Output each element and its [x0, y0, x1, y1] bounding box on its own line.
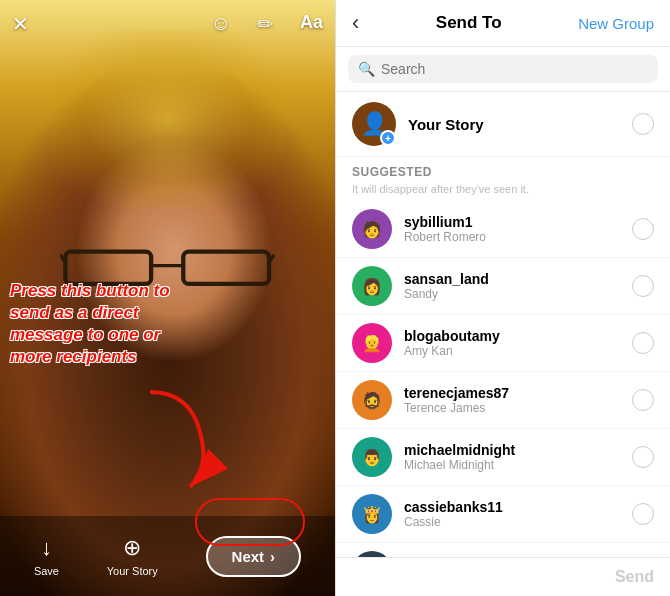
contact-avatar: 👸 — [352, 494, 392, 534]
save-icon: ↓ — [41, 535, 52, 561]
new-group-button[interactable]: New Group — [578, 15, 654, 32]
contact-row[interactable]: 👩sansan_landSandy — [336, 258, 670, 315]
your-story-label: Your Story — [408, 116, 632, 133]
draw-icon[interactable]: ✏ — [257, 12, 274, 36]
contact-avatar: 👱 — [352, 323, 392, 363]
contact-avatar: 🧔 — [352, 380, 392, 420]
next-button[interactable]: Next › — [206, 536, 302, 577]
search-bar: 🔍 — [336, 47, 670, 92]
right-panel: ‹ Send To New Group 🔍 👤 + Your Story SUG… — [335, 0, 670, 596]
next-label: Next — [232, 548, 265, 565]
search-icon: 🔍 — [358, 61, 375, 77]
contact-radio[interactable] — [632, 389, 654, 411]
contact-username: sansan_land — [404, 271, 632, 287]
suggested-subtext: It will disappear after they've seen it. — [336, 183, 670, 201]
contact-avatar: 👩 — [352, 266, 392, 306]
svg-rect-1 — [184, 252, 270, 284]
search-input-wrap[interactable]: 🔍 — [348, 55, 658, 83]
contact-username: blogaboutamy — [404, 328, 632, 344]
save-label: Save — [34, 565, 59, 577]
search-input[interactable] — [381, 61, 648, 77]
send-button[interactable]: Send — [615, 568, 654, 586]
contact-realname: Terence James — [404, 401, 632, 415]
suggested-heading: SUGGESTED — [336, 157, 670, 183]
contact-username: terenecjames87 — [404, 385, 632, 401]
contact-realname: Robert Romero — [404, 230, 632, 244]
contact-row[interactable]: 🧔terenecjames87Terence James — [336, 372, 670, 429]
contact-info: michaelmidnightMichael Midnight — [404, 442, 632, 472]
next-chevron-icon: › — [270, 548, 275, 565]
send-bar: Send — [336, 557, 670, 596]
your-story-row[interactable]: 👤 + Your Story — [336, 92, 670, 157]
avatar-plus-icon: + — [380, 130, 396, 146]
contact-realname: Michael Midnight — [404, 458, 632, 472]
contact-username: cassiebanks11 — [404, 499, 632, 515]
your-story-radio[interactable] — [632, 113, 654, 135]
arrow-overlay — [130, 382, 230, 506]
contact-radio[interactable] — [632, 332, 654, 354]
contact-username: michaelmidnight — [404, 442, 632, 458]
text-icon[interactable]: Aa — [300, 12, 323, 36]
page-title: Send To — [436, 13, 502, 33]
contact-radio[interactable] — [632, 503, 654, 525]
contact-row[interactable]: 👸cassiebanks11Cassie — [336, 486, 670, 543]
contact-radio[interactable] — [632, 275, 654, 297]
contact-avatar: 👨 — [352, 437, 392, 477]
contact-row[interactable]: 🧕atchartierDave Chartier — [336, 543, 670, 557]
contact-username: sybillium1 — [404, 214, 632, 230]
contact-row[interactable]: 🧑sybillium1Robert Romero — [336, 201, 670, 258]
contact-info: blogaboutamyAmy Kan — [404, 328, 632, 358]
contact-list: 🧑sybillium1Robert Romero👩sansan_landSand… — [336, 201, 670, 557]
contact-realname: Cassie — [404, 515, 632, 529]
close-icon[interactable]: ✕ — [12, 12, 29, 36]
your-story-label: Your Story — [107, 565, 158, 577]
contact-realname: Sandy — [404, 287, 632, 301]
sticker-icon[interactable]: ☺ — [211, 12, 231, 36]
left-panel: ✕ ☺ ✏ Aa Press this button to send as a … — [0, 0, 335, 596]
your-story-icon: ⊕ — [123, 535, 141, 561]
contact-info: terenecjames87Terence James — [404, 385, 632, 415]
contact-info: sansan_landSandy — [404, 271, 632, 301]
save-action[interactable]: ↓ Save — [34, 535, 59, 577]
your-story-avatar-wrap: 👤 + — [352, 102, 396, 146]
back-button[interactable]: ‹ — [352, 12, 359, 34]
top-toolbar: ✕ ☺ ✏ Aa — [0, 12, 335, 36]
your-story-action[interactable]: ⊕ Your Story — [107, 535, 158, 577]
contact-row[interactable]: 👱blogaboutamyAmy Kan — [336, 315, 670, 372]
contact-radio[interactable] — [632, 218, 654, 240]
contact-radio[interactable] — [632, 446, 654, 468]
contact-row[interactable]: 👨michaelmidnightMichael Midnight — [336, 429, 670, 486]
contact-avatar: 🧑 — [352, 209, 392, 249]
contact-info: cassiebanks11Cassie — [404, 499, 632, 529]
crown-glow — [50, 30, 285, 209]
contact-realname: Amy Kan — [404, 344, 632, 358]
annotation-text: Press this button to send as a direct me… — [10, 280, 170, 368]
contact-info: sybillium1Robert Romero — [404, 214, 632, 244]
bottom-toolbar: ↓ Save ⊕ Your Story Next › — [0, 516, 335, 596]
send-to-header: ‹ Send To New Group — [336, 0, 670, 47]
